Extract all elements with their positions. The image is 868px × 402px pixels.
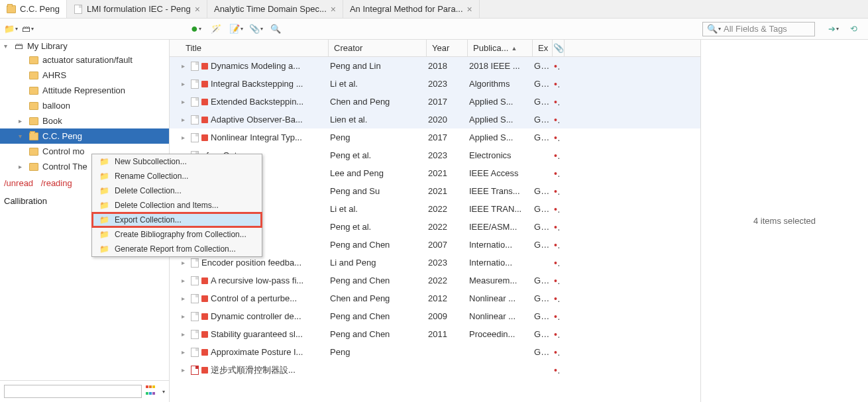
add-by-identifier-button[interactable]: 🪄	[209, 23, 223, 36]
pdf-indicator-icon: •	[554, 79, 561, 89]
item-title: 逆步式順滑控制器設...	[211, 364, 296, 376]
item-row[interactable]: ▸逆步式順滑控制器設...•	[170, 361, 700, 379]
close-icon[interactable]: ×	[331, 4, 336, 15]
item-creator: Peng and Chen	[325, 276, 423, 285]
ctx-rename-collection[interactable]: 📁Rename Collection...	[92, 169, 262, 183]
sidebar-item-book[interactable]: ▸Book	[0, 113, 169, 128]
ctx-label: Delete Collection and Items...	[115, 201, 219, 210]
new-library-button[interactable]: 🗃▾	[21, 23, 34, 36]
chevron-right-icon[interactable]: ▸	[182, 366, 188, 374]
item-extra: GSC	[529, 276, 549, 285]
item-row[interactable]: ▸Adaptive Observer-Ba...Lien et al.2020A…	[170, 111, 700, 128]
item-row[interactable]: ▸Extended Backsteppin...Chen and Peng201…	[170, 93, 700, 111]
tag-color-grid-button[interactable]	[146, 385, 158, 397]
color-tag	[201, 313, 208, 320]
ctx-label: Export Collection...	[115, 215, 182, 225]
column-year[interactable]: Year	[427, 40, 468, 56]
ctx-delete-collection[interactable]: 📁Delete Collection...	[92, 183, 262, 198]
item-extra: GSC	[529, 222, 549, 232]
column-publication[interactable]: Publica...▲	[468, 40, 533, 56]
library-root[interactable]: ▾ 🗃 My Library	[0, 40, 169, 52]
chevron-right-icon[interactable]: ▸	[182, 116, 188, 123]
tab-0[interactable]: C.C. Peng	[0, 0, 67, 18]
sidebar-item-c-c-peng[interactable]: ▾C.C. Peng	[0, 128, 169, 144]
column-title[interactable]: Title	[180, 40, 329, 56]
pdf-indicator-icon: •	[554, 293, 561, 304]
chevron-right-icon[interactable]: ▸	[182, 62, 188, 70]
column-attachment[interactable]: 📎	[553, 40, 565, 56]
item-publication: IEEE Access	[464, 168, 529, 178]
folder-delete-items-icon: 📁	[99, 200, 109, 211]
chevron-right-icon[interactable]: ▸	[19, 117, 25, 125]
tag-unread[interactable]: /unread	[4, 178, 33, 188]
new-note-button[interactable]: 📝▾	[229, 23, 243, 36]
item-extra: GSC	[529, 186, 549, 196]
item-creator: Lien et al.	[325, 115, 423, 125]
pdf-indicator-icon: •	[554, 97, 561, 107]
folder-icon	[29, 102, 38, 110]
item-row[interactable]: ▸Approximate Posture I...PengGSC•	[170, 343, 700, 361]
item-row[interactable]: ▸Dynamic controller de...Peng and Chen20…	[170, 307, 700, 325]
sync-button[interactable]: ⟲	[847, 23, 860, 36]
tag-menu-dropdown[interactable]: ▾	[162, 389, 165, 395]
color-tag	[201, 134, 208, 141]
item-row[interactable]: ▸Integral Backstepping ...Li et al.2023A…	[170, 75, 700, 93]
document-icon	[191, 276, 199, 285]
chevron-right-icon[interactable]: ▸	[182, 313, 188, 320]
item-row[interactable]: ▸Dynamics Modeling a...Peng and Lin20182…	[170, 57, 700, 75]
library-icon: 🗃	[15, 41, 23, 51]
ctx-export-collection[interactable]: 📁Export Collection...	[92, 213, 262, 227]
chevron-right-icon[interactable]: ▸	[182, 295, 188, 302]
tag-reading[interactable]: /reading	[41, 178, 72, 188]
pdf-indicator-icon: •	[554, 329, 561, 340]
twisty-icon[interactable]: ▾	[4, 42, 11, 50]
column-creator[interactable]: Creator	[329, 40, 427, 56]
ctx-new-subcollection[interactable]: 📁New Subcollection...	[92, 154, 262, 169]
tab-3[interactable]: An Integral Method for Para...×	[343, 0, 480, 18]
tab-2[interactable]: Analytic Time Domain Spec...×	[207, 0, 343, 18]
pdf-indicator-icon: •	[554, 204, 561, 215]
ctx-label: Generate Report from Collection...	[115, 244, 236, 254]
close-icon[interactable]: ×	[195, 4, 200, 15]
item-title: Integral Backstepping ...	[211, 79, 303, 89]
item-row[interactable]: ▸Nonlinear Integral Typ...Peng2017Applie…	[170, 128, 700, 146]
ctx-create-bibliography-from-collection[interactable]: 📁Create Bibliography from Collection...	[92, 227, 262, 242]
chevron-right-icon[interactable]: ▸	[19, 163, 25, 170]
sidebar-item-balloon[interactable]: balloon	[0, 98, 169, 113]
chevron-right-icon[interactable]: ▸	[182, 98, 188, 105]
item-extra: GSC	[529, 293, 549, 303]
item-publication: Applied S...	[464, 132, 529, 142]
sidebar-item-actuator-saturation-fault[interactable]: actuator saturation/fault	[0, 52, 169, 68]
sidebar-item-ahrs[interactable]: AHRS	[0, 68, 169, 83]
chevron-right-icon[interactable]: ▸	[182, 330, 188, 338]
chevron-right-icon[interactable]: ▸	[182, 277, 188, 284]
locate-button[interactable]: ➔▾	[827, 23, 840, 36]
chevron-right-icon[interactable]: ▸	[182, 259, 188, 266]
item-title: Control of a perturbe...	[211, 293, 297, 303]
chevron-right-icon[interactable]: ▾	[19, 132, 25, 140]
folder-rename-icon: 📁	[99, 171, 109, 181]
tab-1[interactable]: LMI formulation IEC - Peng×	[67, 0, 207, 18]
item-row[interactable]: ▸A recursive low-pass fi...Peng and Chen…	[170, 272, 700, 289]
sidebar-item-attitude-represention[interactable]: Attitude Represention	[0, 83, 169, 98]
close-icon[interactable]: ×	[467, 4, 472, 15]
search-mode-dropdown[interactable]: ▾	[718, 26, 721, 32]
column-extra[interactable]: Ex	[533, 40, 553, 56]
chevron-right-icon[interactable]: ▸	[182, 134, 188, 141]
ctx-generate-report-from-collection[interactable]: 📁Generate Report from Collection...	[92, 242, 262, 256]
search-input[interactable]: 🔍 ▾ All Fields & Tags	[702, 22, 815, 36]
new-collection-button[interactable]: 📁▾	[4, 23, 17, 36]
ctx-delete-collection-and-items[interactable]: 📁Delete Collection and Items...	[92, 198, 262, 213]
chevron-right-icon[interactable]: ▸	[182, 80, 188, 87]
document-icon	[74, 5, 83, 14]
item-row[interactable]: ▸Stability guaranteed sl...Peng and Chen…	[170, 325, 700, 343]
advanced-search-button[interactable]: 🔍	[269, 23, 282, 36]
new-item-button[interactable]: ●▾	[190, 23, 203, 36]
item-creator: Peng	[325, 347, 423, 357]
chevron-right-icon[interactable]: ▸	[182, 348, 188, 356]
selection-status: 4 items selected	[753, 216, 816, 226]
item-row[interactable]: ▸Control of a perturbe...Chen and Peng20…	[170, 289, 700, 307]
attach-button[interactable]: 📎▾	[249, 23, 262, 36]
tag-filter-input[interactable]	[4, 385, 142, 398]
sync-icon: ⟲	[850, 24, 857, 34]
